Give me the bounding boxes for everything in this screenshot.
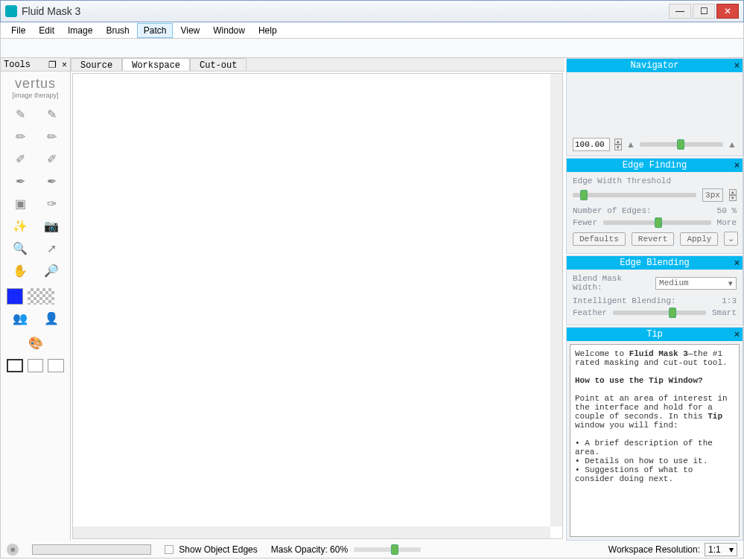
- edge-width-value[interactable]: 3px: [702, 188, 723, 202]
- more-label: More: [717, 218, 737, 227]
- menu-view[interactable]: View: [174, 24, 206, 37]
- menu-brush[interactable]: Brush: [100, 24, 135, 37]
- revert-button[interactable]: Revert: [632, 232, 675, 246]
- menu-window[interactable]: Window: [207, 24, 251, 37]
- person-icon[interactable]: 👤: [38, 309, 65, 327]
- tools-sidebar: Tools ❐ × vertus [image therapy] ✎ ✎ ✏ ✏…: [1, 58, 71, 541]
- tools-close-icon[interactable]: ×: [60, 60, 67, 70]
- edge-finding-panel: Edge Finding × Edge Width Threshold 3px …: [566, 158, 743, 254]
- edges-slider[interactable]: [603, 220, 711, 225]
- tab-workspace[interactable]: Workspace: [122, 58, 190, 71]
- menu-help[interactable]: Help: [252, 24, 283, 37]
- menu-patch[interactable]: Patch: [137, 23, 174, 38]
- brush-icon-7[interactable]: ✒: [7, 172, 34, 190]
- menu-image[interactable]: Image: [62, 24, 98, 37]
- intelligent-blending-value: 1:3: [722, 296, 737, 305]
- pen-icon[interactable]: ✑: [38, 194, 65, 212]
- fewer-label: Fewer: [573, 218, 597, 227]
- navigator-header[interactable]: Navigator ×: [567, 59, 743, 72]
- intelligent-blending-label: Intelligent Blending:: [573, 296, 676, 305]
- view-mode-3-button[interactable]: [48, 359, 64, 372]
- close-button[interactable]: ✕: [716, 4, 739, 19]
- fg-color-swatch[interactable]: [7, 288, 23, 305]
- menu-file[interactable]: File: [5, 24, 31, 37]
- apply-button[interactable]: Apply: [680, 232, 718, 246]
- cancel-icon[interactable]: ■: [7, 544, 19, 556]
- mask-opacity-slider[interactable]: [354, 547, 421, 552]
- vertus-logo: vertus [image therapy]: [1, 71, 70, 101]
- workspace-resolution-select[interactable]: 1:1 ▾: [705, 543, 737, 556]
- brush-icon-3[interactable]: ✏: [7, 127, 34, 145]
- expand-icon[interactable]: ⌄: [724, 232, 738, 246]
- marquee-icon[interactable]: ▣: [7, 194, 34, 212]
- edge-blending-header[interactable]: Edge Blending ×: [567, 256, 743, 270]
- edge-width-threshold-label: Edge Width Threshold: [573, 176, 737, 185]
- color-palette-icon[interactable]: 🎨: [1, 331, 70, 354]
- canvas-v-scrollbar[interactable]: [550, 74, 562, 526]
- zoom-spinner[interactable]: ▴▾: [614, 139, 622, 150]
- tools-header: Tools ❐ ×: [1, 58, 70, 71]
- number-of-edges-label: Number of Edges:: [573, 206, 652, 215]
- tip-panel: Tip × Welcome to Fluid Mask 3—the #1 rat…: [566, 327, 743, 541]
- maximize-button[interactable]: ☐: [693, 4, 715, 19]
- intelligent-blending-slider[interactable]: [613, 311, 706, 315]
- view-mode-1-button[interactable]: [7, 359, 23, 372]
- tip-text[interactable]: Welcome to Fluid Mask 3—the #1 rated mas…: [570, 344, 740, 537]
- tab-cutout[interactable]: Cut-out: [190, 58, 247, 71]
- navigator-thumbnail[interactable]: [573, 77, 737, 138]
- tip-title: Tip: [646, 329, 663, 340]
- window-title: Fluid Mask 3: [22, 5, 80, 17]
- brush-icon-6[interactable]: ✐: [38, 150, 65, 168]
- tip-header[interactable]: Tip ×: [567, 328, 743, 341]
- show-object-edges-checkbox[interactable]: Show Object Edges: [165, 544, 258, 555]
- zoom-icon[interactable]: 🔎: [38, 261, 65, 279]
- hand-icon[interactable]: ✋: [7, 261, 34, 279]
- statusbar: ■ Show Object Edges Mask Opacity: 60% Wo…: [0, 541, 744, 559]
- bg-checker-swatch[interactable]: [28, 288, 54, 305]
- tools-undock-icon[interactable]: ❐: [48, 60, 57, 70]
- window-controls: — ☐ ✕: [669, 4, 739, 19]
- right-panel-stack: Navigator × ▴▾ ▲ ▲ Edge Finding ×: [565, 58, 743, 541]
- zoom-input[interactable]: [573, 138, 610, 151]
- tip-close-icon[interactable]: ×: [734, 329, 740, 340]
- brush-icon-8[interactable]: ✒: [38, 172, 65, 190]
- edge-finding-header[interactable]: Edge Finding ×: [567, 159, 743, 172]
- view-mode-2-button[interactable]: [28, 359, 44, 372]
- menubar: File Edit Image Brush Patch View Window …: [0, 22, 744, 39]
- navigator-panel: Navigator × ▴▾ ▲ ▲: [566, 58, 743, 156]
- edge-width-spinner[interactable]: ▴▾: [729, 189, 737, 201]
- canvas-h-scrollbar[interactable]: [73, 526, 550, 538]
- edge-width-slider[interactable]: [573, 193, 696, 197]
- brush-icon-5[interactable]: ✐: [7, 150, 34, 168]
- chevron-down-icon: ▾: [728, 279, 733, 288]
- canvas[interactable]: [72, 73, 563, 539]
- tools-header-label: Tools: [4, 60, 31, 70]
- number-of-edges-value: 50 %: [717, 206, 737, 215]
- toolbar-strip: [0, 39, 744, 58]
- defaults-button[interactable]: Defaults: [573, 232, 626, 246]
- workspace-area: Source Workspace Cut-out: [71, 58, 565, 541]
- edge-finding-close-icon[interactable]: ×: [734, 160, 740, 171]
- camera-icon[interactable]: 📷: [38, 217, 65, 235]
- wand-icon[interactable]: ✨: [7, 217, 34, 235]
- blend-mask-width-select[interactable]: Medium ▾: [655, 277, 737, 290]
- zoom-slider[interactable]: [640, 142, 723, 147]
- smart-label: Smart: [712, 308, 737, 317]
- edge-blending-title: Edge Blending: [620, 258, 690, 268]
- edge-blending-close-icon[interactable]: ×: [734, 258, 740, 268]
- document-tabs: Source Workspace Cut-out: [71, 58, 565, 71]
- navigator-close-icon[interactable]: ×: [734, 60, 740, 71]
- brush-icon-2[interactable]: ✎: [38, 105, 65, 123]
- zoom-in-icon[interactable]: ▲: [728, 139, 737, 150]
- menu-edit[interactable]: Edit: [33, 24, 60, 37]
- zoom-out-icon[interactable]: ▲: [626, 139, 635, 150]
- arrow-icon[interactable]: ➚: [38, 239, 65, 257]
- minimize-button[interactable]: —: [669, 4, 691, 19]
- brush-icon-4[interactable]: ✏: [38, 127, 65, 145]
- brush-icon-1[interactable]: ✎: [7, 105, 34, 123]
- loupe-icon[interactable]: 🔍: [7, 239, 34, 257]
- swap-persons-icon[interactable]: 👥: [7, 309, 34, 327]
- chevron-down-icon: ▾: [729, 544, 734, 555]
- mask-opacity-label: Mask Opacity: 60%: [271, 544, 348, 555]
- tab-source[interactable]: Source: [71, 58, 122, 71]
